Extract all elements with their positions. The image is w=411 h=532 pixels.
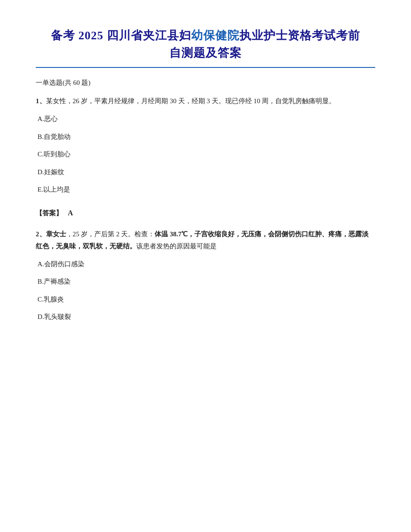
question-1-number: 1、 [36, 97, 46, 105]
section-label: 一单选题(共 60 题) [36, 79, 375, 87]
option-1-c: C.听到胎心 [36, 149, 375, 160]
question-2-exam: 体温 38.7℃，子宫收缩良好，无压痛，会阴侧切伤口红肿、疼痛，恶露淡红色，无臭… [36, 230, 369, 250]
question-1-text: 1、某女性，26 岁，平素月经规律，月经周期 30 天，经期 3 天。现已停经 … [36, 95, 375, 107]
option-2-c: C.乳腺炎 [36, 294, 375, 306]
page-header: 备考 2025 四川省夹江县妇幼保健院执业护士资格考试考前 自测题及答案 [36, 27, 375, 62]
question-2-number: 2、 [36, 230, 46, 238]
option-1-d: D.妊娠纹 [36, 167, 375, 178]
question-2-name: 章女士 [46, 230, 66, 238]
answer-label-1: 【答案】 [36, 209, 63, 217]
option-2-d: D.乳头皲裂 [36, 311, 375, 323]
page-title-line1: 备考 2025 四川省夹江县妇幼保健院执业护士资格考试考前 [36, 27, 375, 44]
page-title-line2: 自测题及答案 [36, 44, 375, 62]
option-1-b: B.自觉胎动 [36, 131, 375, 143]
section-divider [36, 67, 375, 68]
option-2-b: B.产褥感染 [36, 276, 375, 288]
answer-value-1: A [68, 209, 73, 217]
option-2-a: A.会阴伤口感染 [36, 259, 375, 270]
question-2-text: 2、章女士，25 岁，产后第 2 天。检查：体温 38.7℃，子宫收缩良好，无压… [36, 228, 375, 252]
option-1-a: A.恶心 [36, 113, 375, 125]
question-1: 1、某女性，26 岁，平素月经规律，月经周期 30 天，经期 3 天。现已停经 … [36, 95, 375, 196]
option-1-e: E.以上均是 [36, 184, 375, 196]
question-2: 2、章女士，25 岁，产后第 2 天。检查：体温 38.7℃，子宫收缩良好，无压… [36, 228, 375, 323]
answer-block-1: 【答案】 A [36, 209, 375, 218]
